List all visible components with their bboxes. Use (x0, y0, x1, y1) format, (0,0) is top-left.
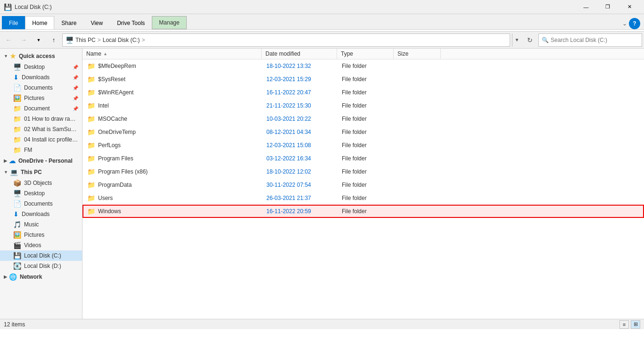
list-view-button[interactable]: ⊞ (631, 320, 640, 329)
recent-locations-button[interactable]: ▼ (32, 33, 45, 47)
file-size (395, 210, 442, 212)
back-button[interactable]: ← (2, 33, 15, 47)
folder-02-icon: 📁 (13, 125, 21, 133)
table-row[interactable]: 📁 $MfeDeepRem 18-10-2022 13:32 File fold… (83, 59, 644, 73)
file-date: 26-03-2021 21:37 (263, 194, 338, 202)
documents-label: Documents (24, 84, 71, 91)
table-row[interactable]: 📁 Program Files (x86) 18-10-2022 12:02 F… (83, 165, 644, 178)
file-name: 📁 Program Files (83, 154, 263, 163)
file-size (395, 171, 442, 173)
table-row[interactable]: 📁 MSOCache 10-03-2021 20:22 File folder (83, 112, 644, 125)
pin-icon3: 📌 (73, 85, 78, 91)
statusbar: 12 items ≡ ⊞ (0, 319, 644, 329)
file-name: 📁 PerfLogs (83, 141, 263, 150)
tab-home[interactable]: Home (25, 16, 54, 29)
folder-01-icon: 📁 (13, 115, 21, 123)
file-date: 18-10-2022 12:02 (263, 167, 338, 176)
sidebar-item-04-qa[interactable]: 📁 04 Install icc profile or (0, 134, 82, 145)
videos-label: Videos (24, 242, 78, 249)
sidebar-item-documents-qa[interactable]: 📄 Documents 📌 (0, 83, 82, 93)
file-type: File folder (338, 194, 395, 202)
sidebar-item-desktop-pc[interactable]: 🖥️ Desktop (0, 188, 82, 199)
table-row[interactable]: 📁 Windows 16-11-2022 20:59 File folder (83, 205, 644, 218)
tab-drivetools[interactable]: Drive Tools (110, 16, 152, 29)
sidebar-item-pictures-pc[interactable]: 🖼️ Pictures (0, 230, 82, 240)
music-icon: 🎵 (13, 221, 21, 228)
table-row[interactable]: 📁 $SysReset 12-03-2021 15:29 File folder (83, 73, 644, 86)
breadcrumb[interactable]: 🖥️ This PC > Local Disk (C:) > (62, 33, 510, 47)
col-header-size[interactable]: Size (394, 49, 441, 59)
close-button[interactable]: ✕ (619, 0, 640, 14)
search-input[interactable] (551, 37, 639, 43)
breadcrumb-thispc[interactable]: This PC (75, 37, 96, 43)
details-view-button[interactable]: ≡ (619, 320, 629, 329)
sidebar-item-01-qa[interactable]: 📁 01 How to draw radius (0, 114, 82, 124)
locald-label: Local Disk (D:) (24, 263, 78, 269)
thispc-icon: 💻 (10, 168, 18, 176)
item-count: 12 items (4, 321, 25, 328)
sidebar-item-document-qa[interactable]: 📁 Document 📌 (0, 103, 82, 114)
sidebar-item-downloads-pc[interactable]: ⬇ Downloads (0, 209, 82, 219)
table-row[interactable]: 📁 Program Files 03-12-2022 16:34 File fo… (83, 152, 644, 165)
sidebar-item-pictures-qa[interactable]: 🖼️ Pictures 📌 (0, 93, 82, 103)
file-type: File folder (338, 128, 395, 136)
main-area: ▼ ★ Quick access 🖥️ Desktop 📌 ⬇ Download… (0, 49, 644, 319)
sidebar-item-downloads-qa[interactable]: ⬇ Downloads 📌 (0, 72, 82, 83)
table-row[interactable]: 📁 $WinREAgent 16-11-2022 20:47 File fold… (83, 86, 644, 99)
downloads-label: Downloads (22, 74, 71, 81)
file-type: File folder (338, 141, 395, 150)
thispc-label: This PC (21, 169, 42, 175)
table-row[interactable]: 📁 OneDriveTemp 08-12-2021 04:34 File fol… (83, 125, 644, 139)
folder-fm-icon: 📁 (13, 146, 21, 154)
address-dropdown-button[interactable]: ▼ (512, 33, 521, 47)
sidebar-item-fm-qa[interactable]: 📁 FM (0, 145, 82, 155)
tab-file[interactable]: File (2, 16, 25, 29)
sidebar-item-music[interactable]: 🎵 Music (0, 219, 82, 230)
file-size (395, 78, 442, 80)
sidebar-item-desktop-qa[interactable]: 🖥️ Desktop 📌 (0, 62, 82, 72)
sidebar-item-localc[interactable]: 💾 Local Disk (C:) (0, 250, 82, 261)
tab-share[interactable]: Share (54, 16, 83, 29)
forward-button[interactable]: → (17, 33, 30, 47)
col-header-type[interactable]: Type (337, 49, 394, 59)
refresh-button[interactable]: ↻ (523, 33, 537, 47)
search-bar[interactable]: 🔍 (538, 33, 642, 47)
tab-view[interactable]: View (83, 16, 110, 29)
sidebar-section-quick-access[interactable]: ▼ ★ Quick access (0, 50, 82, 62)
sidebar-item-videos[interactable]: 🎬 Videos (0, 240, 82, 250)
maximize-button[interactable]: ❐ (597, 0, 619, 14)
network-icon: 🌐 (9, 273, 17, 281)
file-type: File folder (338, 154, 395, 163)
ribbon-collapse-icon[interactable]: ⌄ (622, 20, 627, 27)
sidebar-item-locald[interactable]: 💽 Local Disk (D:) (0, 261, 82, 271)
minimize-button[interactable]: — (575, 0, 597, 14)
window-controls: — ❐ ✕ (575, 0, 640, 14)
col-header-date[interactable]: Date modified (262, 49, 337, 59)
sidebar-section-network[interactable]: ▶ 🌐 Network (0, 271, 82, 283)
music-label: Music (24, 221, 78, 228)
table-row[interactable]: 📁 Users 26-03-2021 21:37 File folder (83, 191, 644, 205)
sidebar-item-02-qa[interactable]: 📁 02 What is SamSung c (0, 124, 82, 134)
breadcrumb-localc[interactable]: Local Disk (C:) (103, 37, 140, 43)
sidebar-section-onedrive[interactable]: ▶ ☁ OneDrive - Personal (0, 155, 82, 166)
up-button[interactable]: ↑ (47, 33, 60, 47)
table-row[interactable]: 📁 Intel 21-11-2022 15:30 File folder (83, 99, 644, 112)
breadcrumb-sep1: > (98, 37, 101, 43)
pictures-pc-icon: 🖼️ (13, 231, 21, 239)
folder-icon: 📁 (87, 155, 95, 162)
sidebar-item-3dobjects[interactable]: 📦 3D Objects (0, 178, 82, 188)
tab-manage[interactable]: Manage (152, 16, 186, 29)
file-name: 📁 OneDriveTemp (83, 127, 263, 137)
documents-pc-label: Documents (24, 200, 78, 207)
thispc-arrow: ▼ (4, 170, 8, 175)
sidebar-section-thispc[interactable]: ▼ 💻 This PC (0, 166, 82, 178)
sidebar: ▼ ★ Quick access 🖥️ Desktop 📌 ⬇ Download… (0, 49, 83, 319)
file-size (395, 197, 442, 199)
table-row[interactable]: 📁 ProgramData 30-11-2022 07:54 File fold… (83, 178, 644, 191)
file-rows-container: 📁 $MfeDeepRem 18-10-2022 13:32 File fold… (83, 59, 644, 218)
desktop-pc-icon: 🖥️ (13, 190, 21, 197)
table-row[interactable]: 📁 PerfLogs 12-03-2021 15:08 File folder (83, 139, 644, 152)
sidebar-item-documents-pc[interactable]: 📄 Documents (0, 199, 82, 209)
help-button[interactable]: ? (629, 18, 640, 29)
col-header-name[interactable]: Name ▲ (83, 49, 262, 59)
